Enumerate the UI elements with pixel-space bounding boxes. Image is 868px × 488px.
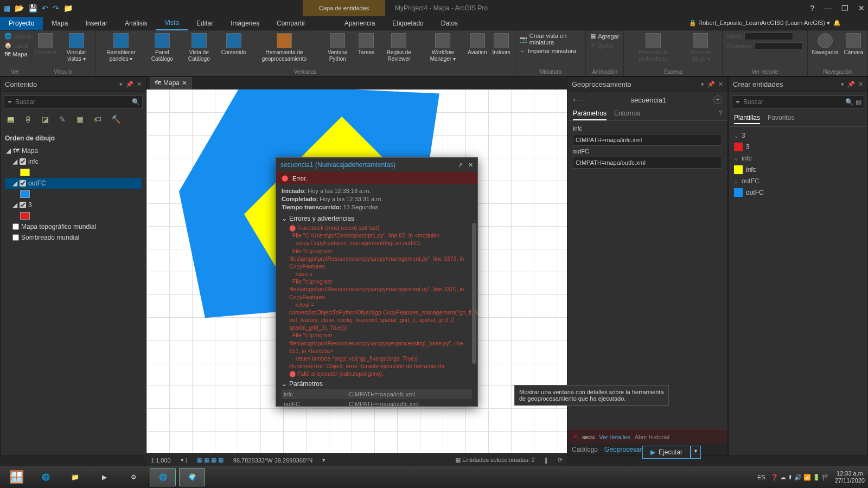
- tray-time[interactable]: 12:33 a.m.: [835, 470, 865, 477]
- tray-icons[interactable]: ❓ ☁ ⬆ 🔊 📶 🔋 🏴: [771, 474, 829, 481]
- search-input[interactable]: [15, 98, 130, 106]
- btn-tareas[interactable]: Tareas: [357, 32, 375, 57]
- tab-favoritos[interactable]: Favoritos: [768, 114, 794, 124]
- btn-vincular-vistas[interactable]: Vincular vistas ▾: [61, 32, 92, 63]
- close-pane-icon[interactable]: ✕: [137, 81, 142, 88]
- contents-search[interactable]: ⏷ 🔍: [4, 95, 143, 108]
- ver-mapa[interactable]: 🗺 Mapa: [3, 50, 27, 58]
- project-icon[interactable]: ▦: [3, 4, 10, 12]
- undo-icon[interactable]: ↶: [42, 4, 48, 12]
- status-tool-icons[interactable]: ▦ ▦ ▦ ▦: [197, 457, 224, 464]
- tree-topo[interactable]: Mapa topográfico mundial: [5, 221, 142, 232]
- btn-workflow-manager[interactable]: Workflow Manager ▾: [423, 32, 464, 63]
- list-by-selection-icon[interactable]: ◪: [42, 115, 53, 126]
- tree-map-root[interactable]: ◢🗺 Mapa: [5, 145, 142, 156]
- run-button[interactable]: ▶Ejecutar: [642, 446, 691, 459]
- list-by-editing-icon[interactable]: ✎: [59, 115, 70, 126]
- search-icon[interactable]: 🔍: [845, 98, 853, 106]
- tab-plantillas[interactable]: Plantillas: [734, 114, 760, 124]
- cf-item-infc[interactable]: infc: [734, 164, 862, 176]
- redo-icon[interactable]: ↷: [53, 4, 59, 12]
- list-by-drawing-order-icon[interactable]: ▤: [7, 115, 18, 126]
- btn-contenido[interactable]: Contenido: [220, 32, 247, 57]
- taskbar-chrome2[interactable]: 🌐: [150, 468, 176, 486]
- tab-imagenes[interactable]: Imágenes: [222, 17, 268, 30]
- add-icon[interactable]: +: [713, 95, 722, 104]
- tree-shade[interactable]: Sombreado mundial: [5, 232, 142, 243]
- dropdown-icon[interactable]: ▾: [119, 81, 123, 88]
- close-icon[interactable]: ✕: [858, 4, 865, 12]
- pin-icon[interactable]: 📌: [847, 81, 855, 88]
- tree-3-swatch[interactable]: [5, 210, 142, 221]
- pin-icon[interactable]: 📌: [126, 81, 133, 88]
- dropdown-icon[interactable]: ▾: [841, 81, 844, 88]
- run-dropdown[interactable]: ▼: [691, 446, 701, 459]
- dialog-param-outfc[interactable]: outFCCIMPATH=mapa/outfc.xml: [282, 399, 472, 406]
- tree-outfc-swatch[interactable]: [5, 189, 142, 200]
- tab-mapa[interactable]: Mapa: [43, 17, 76, 30]
- filter-icon[interactable]: ⏷: [7, 98, 13, 106]
- tab-etiquetado[interactable]: Etiquetado: [384, 17, 432, 30]
- tab-compartir[interactable]: Compartir: [268, 17, 314, 30]
- cf-item-outfc[interactable]: outFC: [734, 187, 862, 198]
- tab-vista[interactable]: Vista: [156, 16, 187, 30]
- tab-datos[interactable]: Datos: [432, 17, 467, 30]
- btn-geoprocesamiento[interactable]: Herramienta de geoprocesamiento: [250, 32, 318, 63]
- tree-3[interactable]: ◢ 3: [5, 200, 142, 210]
- btn-crear-miniatura[interactable]: 📷 Crear vista en miniatura: [519, 32, 582, 46]
- gp-abrir-historial[interactable]: Abrir historial: [635, 434, 669, 440]
- btn-aviation[interactable]: Aviation: [467, 32, 488, 57]
- status-scale-dropdown[interactable]: ▾ |: [181, 457, 187, 464]
- btn-restablecer-paneles[interactable]: Restablecer paneles ▾: [99, 32, 143, 63]
- pin-icon[interactable]: 📌: [707, 81, 715, 88]
- tab-analisis[interactable]: Análisis: [116, 17, 156, 30]
- scrollbar[interactable]: [472, 223, 476, 364]
- pause-icon[interactable]: ‖: [545, 457, 548, 464]
- help-icon[interactable]: ?: [810, 4, 814, 12]
- cf-group-3[interactable]: ⌄3: [734, 130, 862, 141]
- btn-reglas-reviewer[interactable]: Reglas de Reviewer: [379, 32, 419, 63]
- btn-navegador[interactable]: Navegador: [811, 32, 840, 57]
- tab-editar[interactable]: Editar: [188, 17, 222, 30]
- section-params[interactable]: ⌄Parámetros: [282, 377, 472, 389]
- taskbar-chrome[interactable]: 🌐: [33, 468, 59, 486]
- btn-indoors[interactable]: Indoors: [491, 32, 511, 57]
- grid-icon[interactable]: ▦: [856, 98, 861, 106]
- tree-infc-swatch[interactable]: [5, 167, 142, 178]
- list-by-snapping-icon[interactable]: ▦: [76, 115, 87, 126]
- maximize-icon[interactable]: ❐: [841, 4, 848, 12]
- tree-infc[interactable]: ◢ infc: [5, 156, 142, 167]
- cf-group-infc[interactable]: ⌄infc: [734, 153, 862, 164]
- filter-icon[interactable]: ⏷: [735, 98, 741, 106]
- list-by-source-icon[interactable]: 🛢: [24, 115, 35, 126]
- map-tab[interactable]: 🗺 Mapa ✕: [150, 77, 192, 89]
- tree-outfc[interactable]: ◢ outFC: [5, 178, 142, 189]
- save-icon[interactable]: 💾: [28, 4, 37, 12]
- tray-date[interactable]: 27/11/2020: [835, 477, 865, 484]
- open-icon[interactable]: 📂: [15, 4, 24, 12]
- close-pane-icon[interactable]: ✕: [858, 81, 863, 88]
- cf-group-outfc[interactable]: ⌄outFC: [734, 176, 862, 187]
- list-by-labeling-icon[interactable]: 🏷: [94, 115, 105, 126]
- btab-catalogo[interactable]: Catálogo: [572, 446, 598, 453]
- tab-proyecto[interactable]: Proyecto: [0, 17, 43, 30]
- taskbar-media[interactable]: ▶: [91, 468, 117, 486]
- minimize-icon[interactable]: —: [824, 4, 832, 12]
- folder-icon[interactable]: 📁: [63, 4, 73, 12]
- tab-entornos[interactable]: Entornos: [614, 107, 640, 120]
- tab-parametros[interactable]: Parámetros: [573, 107, 607, 120]
- popout-icon[interactable]: ↗: [458, 162, 463, 169]
- user-account[interactable]: 🔒 Robert_Exposito_LearnArcGIS0 (Learn Ar…: [689, 20, 841, 27]
- search-icon[interactable]: 🔍: [132, 98, 140, 106]
- section-errors[interactable]: ⌄Errores y advertencias: [282, 212, 472, 224]
- refresh-icon[interactable]: ⟳: [558, 457, 563, 464]
- start-button[interactable]: 🪟: [3, 468, 29, 486]
- btn-vista-catalogo[interactable]: Vista de Catálogo: [181, 32, 217, 63]
- gp-ver-detalles[interactable]: Ver detalles: [599, 434, 630, 440]
- param-outfc-input[interactable]: [573, 157, 722, 169]
- status-selection[interactable]: ▦ Entidades seleccionadas: 2: [455, 457, 535, 464]
- back-icon[interactable]: ⟵: [573, 95, 584, 104]
- btn-panel-catalogo[interactable]: Panel Catálogo: [146, 32, 178, 63]
- cf-search[interactable]: ⏷ 🔍 ▦: [732, 95, 864, 108]
- tray-lang[interactable]: ES: [757, 474, 765, 480]
